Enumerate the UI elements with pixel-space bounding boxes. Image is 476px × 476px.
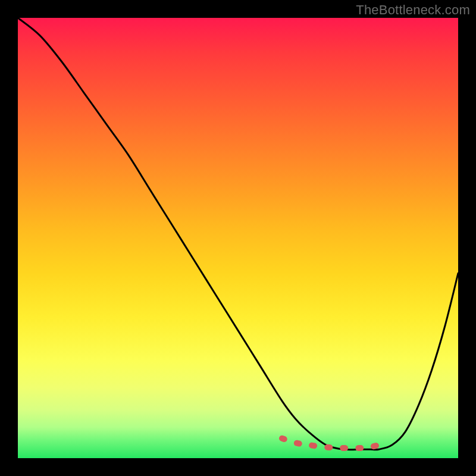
plot-area (18, 18, 458, 458)
red-dash-highlight (282, 439, 379, 448)
curve-layer (18, 18, 458, 458)
black-curve (18, 18, 458, 450)
chart-frame: TheBottleneck.com (0, 0, 476, 476)
watermark-text: TheBottleneck.com (356, 2, 470, 18)
